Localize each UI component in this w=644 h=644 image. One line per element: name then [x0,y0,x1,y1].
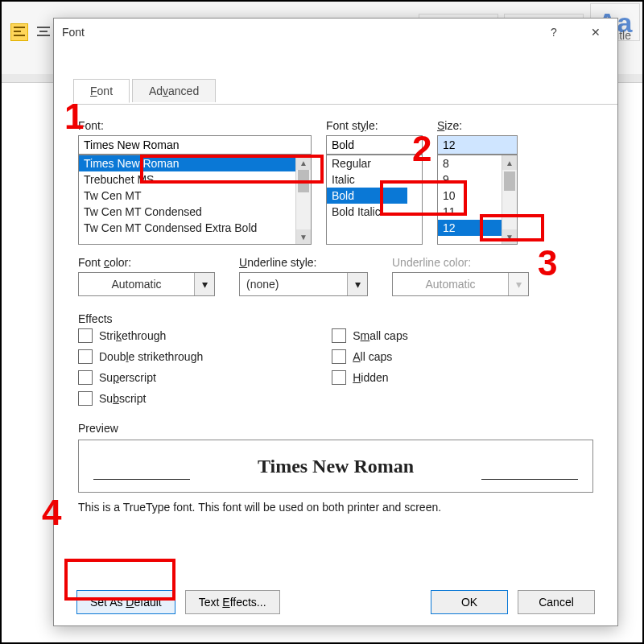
checkbox-label: Superscript [99,371,156,384]
font-note: This is a TrueType font. This font will … [78,501,593,514]
font-style-listbox[interactable]: Regular Italic Bold Bold Italic [326,155,423,245]
preview-label: Preview [78,422,593,435]
set-default-button[interactable]: Set As Default [76,590,175,614]
preview-text: Times New Roman [258,456,414,477]
checkbox-subscript[interactable]: Subscript [78,391,203,406]
button-label: Set As Default [90,596,162,609]
help-button[interactable]: ? [540,19,568,46]
list-item[interactable]: Italic [327,171,407,188]
ok-button[interactable]: OK [431,590,508,614]
dialog-button-bar: Set As Default Text Effects... OK Cancel [54,590,617,614]
align-center-icon[interactable] [35,24,52,40]
scroll-up-icon[interactable]: ▲ [502,155,517,170]
checkbox-icon [78,391,93,406]
list-item[interactable]: Tw Cen MT Condensed Extra Bold [79,220,296,236]
font-input[interactable] [78,135,312,155]
chevron-down-icon: ▾ [508,273,528,295]
scroll-down-icon[interactable]: ▼ [296,229,311,244]
scroll-down-icon[interactable]: ▼ [502,229,517,244]
chevron-down-icon[interactable]: ▾ [347,273,367,295]
list-item[interactable]: Regular [327,155,407,171]
checkbox-label: Double strikethrough [99,350,203,363]
scroll-up-icon[interactable]: ▲ [296,155,311,170]
checkbox-label: Hidden [353,371,388,384]
dropdown-value: (none) [240,278,347,291]
checkbox-icon [78,349,93,364]
scroll-thumb[interactable] [298,170,309,192]
preview-rule [481,479,578,480]
tabstrip: Font Advanced [73,78,617,105]
tab-font[interactable]: Font [73,79,130,103]
tab-label: Font [90,85,113,97]
dropdown-value: Automatic [79,278,194,291]
checkbox-all-caps[interactable]: All caps [332,349,407,364]
list-item[interactable]: Times New Roman [79,155,296,171]
size-input[interactable] [437,135,518,155]
font-style-input[interactable] [326,135,423,155]
font-style-label: Font style: [326,119,423,132]
dialog-title: Font [62,19,85,46]
list-item[interactable]: 9 [438,171,502,188]
checkbox-icon [332,328,346,343]
underline-style-dropdown[interactable]: (none) ▾ [239,272,368,296]
effects-label: Effects [78,312,593,325]
font-color-label: Font color: [78,256,215,269]
underline-color-dropdown: Automatic ▾ [392,272,529,296]
checkbox-icon [78,370,93,385]
font-dialog: Font ? ✕ Font Advanced Font: Times New R… [53,18,618,626]
underline-color-label: Underline color: [392,256,529,269]
list-item[interactable]: Tw Cen MT [79,188,296,204]
checkbox-hidden[interactable]: Hidden [332,370,407,385]
size-label: Size: [437,119,518,132]
close-button[interactable]: ✕ [582,19,609,46]
size-listbox[interactable]: 8 9 10 11 12 ▲ ▼ [437,155,518,245]
checkbox-label: Subscript [99,392,146,405]
checkbox-double-strikethrough[interactable]: Double strikethrough [78,349,203,364]
list-item[interactable]: 8 [438,155,502,171]
checkbox-label: Strikethrough [99,329,166,342]
preview-rule [93,479,190,480]
font-color-dropdown[interactable]: Automatic ▾ [78,272,215,296]
list-item[interactable]: 12 [438,220,502,236]
dialog-titlebar: Font ? ✕ [54,19,617,46]
tab-label: Advanced [149,85,199,97]
checkbox-strikethrough[interactable]: Strikethrough [78,328,203,343]
checkbox-icon [78,328,93,343]
list-item[interactable]: Bold Italic [327,204,407,220]
font-label: Font: [78,119,312,132]
scroll-thumb[interactable] [504,171,515,191]
button-label: Text Effects... [199,596,266,609]
checkbox-superscript[interactable]: Superscript [78,370,203,385]
checkbox-small-caps[interactable]: Small caps [332,328,407,343]
font-listbox[interactable]: Times New Roman Trebuchet MS Tw Cen MT T… [78,155,312,245]
list-item[interactable]: 10 [438,188,502,204]
list-item[interactable]: Trebuchet MS [79,171,296,188]
list-item[interactable]: Tw Cen MT Condensed [79,204,296,220]
text-effects-button[interactable]: Text Effects... [185,590,280,614]
chevron-down-icon[interactable]: ▾ [194,273,214,295]
list-item[interactable]: 11 [438,204,502,220]
tab-advanced[interactable]: Advanced [132,79,216,102]
checkbox-label: All caps [353,350,392,363]
cancel-button[interactable]: Cancel [518,590,595,614]
paragraph-align-group [11,24,56,43]
preview-panel: Times New Roman [78,440,593,493]
scrollbar[interactable]: ▲ ▼ [502,155,517,244]
scrollbar[interactable]: ▲ ▼ [295,155,311,244]
list-item[interactable]: Bold [327,188,407,204]
dropdown-value: Automatic [393,278,508,291]
checkbox-label: Small caps [353,329,407,342]
align-left-icon[interactable] [11,24,27,40]
underline-style-label: Underline style: [239,256,368,269]
checkbox-icon [332,349,346,364]
checkbox-icon [332,370,346,385]
